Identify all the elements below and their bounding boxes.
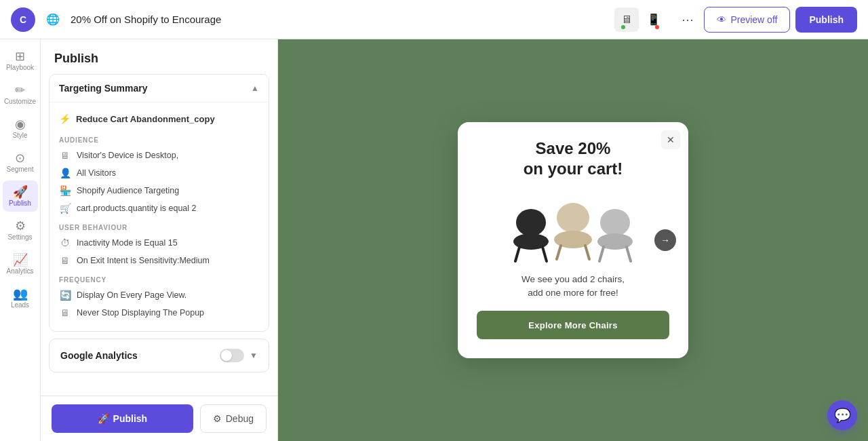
audience-row-1: 👤 All Visitors [59, 164, 259, 182]
svg-line-10 [599, 247, 604, 261]
sidebar-label-publish: Publish [9, 199, 31, 208]
shopify-icon-2: 🏪 [59, 185, 71, 196]
google-analytics-label: Google Analytics [60, 350, 138, 361]
frequency-text-0: Display On Every Page View. [77, 290, 186, 300]
behaviour-row-1: 🖥 On Exit Intent is Sensitivity:Medium [59, 252, 259, 269]
debug-button[interactable]: ⚙ Debug [200, 404, 267, 433]
sidebar-label-playbook: Playbook [6, 64, 34, 72]
publish-panel: Publish Targeting Summary ▲ ⚡ Reduce Car… [41, 39, 278, 441]
chair-right [591, 204, 639, 265]
preview-area: ✕ Save 20% on your cart! [278, 39, 868, 441]
desktop-device-button[interactable]: 🖥 [614, 7, 639, 32]
audience-text-2: Shopify Audience Targeting [77, 186, 179, 195]
targeting-summary-header[interactable]: Targeting Summary ▲ [50, 75, 269, 102]
popup-cta-button[interactable]: Explore More Chairs [477, 311, 669, 339]
more-options-button[interactable]: ⋯ [677, 9, 698, 31]
targeting-summary-body: ⚡ Reduce Cart Abandonment_copy AUDIENCE … [50, 102, 269, 331]
audience-text-0: Visitor's Device is Desktop, [77, 151, 178, 160]
panel-content: Targeting Summary ▲ ⚡ Reduce Cart Abando… [41, 74, 277, 396]
cart-icon-3: 🛒 [59, 203, 71, 214]
rule-name: Reduce Cart Abandonment_copy [76, 114, 215, 124]
sidebar-item-leads[interactable]: 👥 Leads [3, 282, 38, 313]
leads-icon: 👥 [13, 288, 28, 300]
popup-body-text: We see you add 2 chairs, add one more fo… [477, 273, 669, 301]
sidebar-item-style[interactable]: ◉ Style [3, 113, 38, 144]
sidebar-label-settings: Settings [7, 233, 32, 242]
popup-title: Save 20% on your cart! [477, 138, 669, 179]
bolt-icon: ⚡ [59, 113, 71, 124]
targeting-summary-card: Targeting Summary ▲ ⚡ Reduce Cart Abando… [49, 74, 269, 332]
svg-line-2 [515, 247, 519, 261]
debug-icon: ⚙ [213, 413, 222, 424]
google-analytics-header[interactable]: Google Analytics ▼ [50, 339, 269, 372]
sidebar-item-analytics[interactable]: 📈 Analytics [3, 248, 38, 280]
targeting-chevron-icon: ▲ [251, 83, 259, 93]
audience-text-3: cart.products.quantity is equal 2 [77, 204, 197, 213]
audience-row-2: 🏪 Shopify Audience Targeting [59, 182, 259, 199]
svg-point-0 [516, 209, 546, 236]
sidebar-label-leads: Leads [11, 301, 29, 309]
behaviour-section-label: USER BEHAVIOUR [59, 224, 259, 231]
style-icon: ◉ [15, 118, 26, 130]
targeting-summary-title: Targeting Summary [59, 83, 147, 94]
svg-line-3 [542, 247, 547, 261]
chair-center [549, 200, 597, 261]
top-publish-button[interactable]: Publish [795, 7, 857, 33]
analytics-icon: 📈 [13, 254, 28, 266]
sidebar-item-customize[interactable]: ✏ Customize [3, 79, 38, 110]
svg-line-6 [557, 246, 561, 259]
toggle-knob [221, 350, 232, 361]
sidebar-item-segment[interactable]: ⊙ Segment [3, 147, 38, 178]
frequency-row-0: 🔄 Display On Every Page View. [59, 286, 259, 304]
chair-group [500, 204, 646, 265]
rocket-icon: 🚀 [98, 413, 109, 424]
sidebar-label-style: Style [12, 132, 27, 140]
segment-icon: ⊙ [15, 152, 25, 164]
preview-off-icon: 👁 [717, 14, 726, 25]
sidebar-label-segment: Segment [6, 166, 33, 174]
publish-main-button[interactable]: 🚀 Publish [52, 404, 193, 433]
audience-section-label: AUDIENCE [59, 136, 259, 144]
audience-row-0: 🖥 Visitor's Device is Desktop, [59, 147, 259, 164]
google-analytics-toggle[interactable] [220, 349, 244, 362]
rule-item: ⚡ Reduce Cart Abandonment_copy [59, 108, 259, 130]
svg-line-11 [627, 247, 631, 261]
user-icon-1: 👤 [59, 168, 71, 178]
playbook-icon: ⊞ [15, 50, 25, 62]
audience-text-1: All Visitors [77, 168, 116, 178]
mobile-device-button[interactable]: 📱 [642, 7, 666, 32]
sidebar: ⊞ Playbook ✏ Customize ◉ Style ⊙ Segment… [0, 39, 41, 441]
customize-icon: ✏ [15, 84, 25, 96]
sidebar-item-publish[interactable]: 🚀 Publish [3, 180, 38, 212]
sidebar-label-analytics: Analytics [6, 267, 33, 275]
sidebar-item-playbook[interactable]: ⊞ Playbook [3, 45, 38, 76]
sidebar-label-customize: Customize [4, 98, 36, 106]
desktop-icon-0: 🖥 [59, 150, 71, 161]
inactivity-icon: ⏱ [59, 237, 71, 248]
ga-header-right: ▼ [220, 349, 258, 362]
svg-point-4 [557, 203, 589, 233]
sidebar-item-settings[interactable]: ⚙ Settings [3, 214, 38, 246]
preview-button[interactable]: 👁 Preview off [704, 7, 790, 33]
ga-chevron-icon: ▼ [250, 351, 258, 360]
frequency-text-1: Never Stop Displaying The Popup [77, 308, 204, 318]
settings-icon: ⚙ [15, 220, 26, 232]
chat-bubble-button[interactable]: 💬 [827, 400, 857, 430]
popup-chairs-area: → [477, 190, 669, 265]
never-stop-icon: 🖥 [59, 307, 71, 318]
publish-icon: 🚀 [13, 186, 28, 198]
google-analytics-card: Google Analytics ▼ [49, 339, 269, 372]
audience-row-3: 🛒 cart.products.quantity is equal 2 [59, 199, 259, 217]
app-logo: C [11, 7, 35, 32]
carousel-arrow-button[interactable]: → [654, 229, 676, 251]
popup-close-button[interactable]: ✕ [661, 130, 680, 149]
display-icon: 🔄 [59, 290, 71, 301]
page-title: 20% Off on Shopify to Encourage [71, 14, 606, 25]
popup-card: ✕ Save 20% on your cart! [458, 122, 688, 359]
globe-icon[interactable]: 🌐 [43, 10, 62, 29]
panel-title: Publish [41, 39, 277, 74]
behaviour-text-1: On Exit Intent is Sensitivity:Medium [77, 256, 210, 265]
exit-icon: 🖥 [59, 255, 71, 266]
behaviour-text-0: Inactivity Mode is Equal 15 [77, 238, 178, 248]
panel-footer: 🚀 Publish ⚙ Debug [41, 396, 277, 441]
